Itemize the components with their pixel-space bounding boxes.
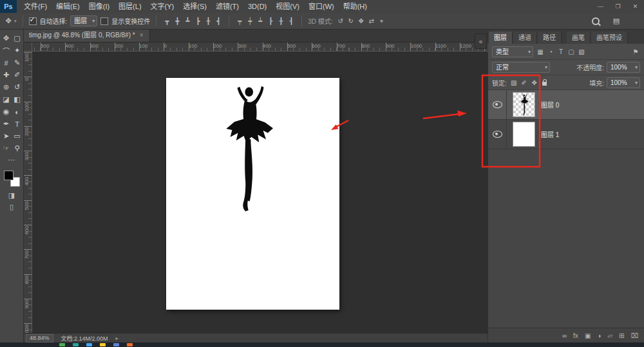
current-tool-icon[interactable]: ✥ — [4, 17, 13, 25]
filter-smart-object-icon[interactable]: ▧ — [577, 48, 586, 55]
filter-kind-dropdown[interactable]: 类型 — [492, 46, 533, 57]
taskbar-app-1[interactable] — [59, 343, 65, 346]
layer-mask-icon[interactable]: ▣ — [585, 332, 591, 339]
menu-filter[interactable]: 滤镜(T) — [211, 0, 243, 13]
lasso-tool[interactable]: ⌒ — [1, 44, 12, 57]
close-button[interactable]: ✕ — [627, 0, 644, 13]
zoom-tool[interactable]: ⚲ — [12, 142, 23, 155]
status-expander-icon[interactable]: ▸ — [116, 335, 118, 341]
clone-stamp-tool[interactable]: ⊛ — [1, 81, 12, 93]
opacity-dropdown[interactable]: 100% — [607, 62, 640, 73]
move-tool[interactable]: ✥ — [1, 32, 12, 44]
panel-tab-layers[interactable]: 图层 — [489, 32, 513, 44]
distribute-vcenter-icon[interactable]: ┿ — [245, 17, 254, 24]
taskbar-app-5[interactable] — [113, 343, 119, 346]
history-brush-tool[interactable]: ↺ — [12, 81, 23, 93]
layer-visibility-toggle[interactable] — [488, 120, 507, 149]
menu-file[interactable]: 文件(F) — [19, 0, 52, 13]
menu-edit[interactable]: 编辑(E) — [52, 0, 84, 13]
type-tool[interactable]: T — [12, 118, 23, 130]
lock-position-icon[interactable]: ✥ — [530, 79, 539, 86]
search-icon[interactable] — [592, 17, 600, 25]
3d-rotate-icon[interactable]: ↺ — [336, 17, 345, 24]
filter-pixel-layers-icon[interactable]: ▦ — [536, 48, 545, 55]
new-layer-icon[interactable]: ⊞ — [619, 332, 624, 339]
filter-shape-layers-icon[interactable]: ▢ — [567, 48, 576, 55]
path-selection-tool[interactable]: ➤ — [1, 130, 12, 142]
eraser-tool[interactable]: ◪ — [1, 93, 12, 106]
lock-pixels-icon[interactable]: ✐ — [520, 79, 529, 86]
panel-tab-channels[interactable]: 通道 — [513, 32, 537, 44]
rectangle-tool[interactable]: ▭ — [12, 130, 23, 142]
menu-window[interactable]: 窗口(W) — [304, 0, 339, 13]
filter-adjustment-layers-icon[interactable]: ◔ — [546, 48, 555, 55]
menu-select[interactable]: 选择(S) — [178, 0, 211, 13]
align-bottom-edges-icon[interactable]: ┻ — [183, 17, 192, 24]
3d-scale-icon[interactable]: ⌖ — [377, 17, 386, 25]
document-canvas[interactable] — [166, 78, 339, 310]
healing-brush-tool[interactable]: ✚ — [1, 69, 12, 81]
layer-row-1[interactable]: 图层 1 — [488, 120, 644, 149]
filter-type-layers-icon[interactable]: T — [556, 48, 565, 55]
blur-tool[interactable]: ◉ — [1, 106, 12, 118]
3d-slide-icon[interactable]: ⇄ — [367, 17, 376, 24]
distribute-hcenter-icon[interactable]: ╂ — [276, 17, 285, 24]
menu-3d[interactable]: 3D(D) — [243, 0, 271, 13]
restore-button[interactable]: ❐ — [609, 0, 627, 13]
hand-tool[interactable]: ☞ — [1, 142, 12, 155]
quick-selection-tool[interactable]: ✦ — [12, 44, 23, 57]
taskbar-app-3[interactable] — [86, 343, 92, 346]
taskbar-app-2[interactable] — [73, 343, 79, 346]
3d-pan-icon[interactable]: ✥ — [357, 17, 366, 24]
delete-layer-icon[interactable]: ⌧ — [630, 332, 638, 339]
document-tab-close-icon[interactable]: × — [140, 29, 144, 42]
layer-thumbnail[interactable] — [513, 92, 535, 117]
ruler-origin-corner[interactable] — [23, 42, 32, 52]
layer-style-icon[interactable]: fx — [573, 332, 578, 339]
distribute-top-icon[interactable]: ┯ — [235, 17, 244, 24]
fill-dropdown[interactable]: 100% — [607, 77, 640, 88]
foreground-color-swatch[interactable] — [4, 171, 14, 180]
auto-select-target-dropdown[interactable]: 图层 — [70, 15, 97, 26]
link-layers-icon[interactable]: ∞ — [562, 332, 567, 339]
filter-switch-icon[interactable]: ⚑ — [631, 48, 640, 55]
distribute-bottom-icon[interactable]: ┷ — [256, 17, 265, 24]
marquee-tool[interactable]: ▢ — [12, 32, 23, 44]
taskbar-app-4[interactable] — [100, 343, 106, 346]
brush-tool[interactable]: ✐ — [12, 69, 23, 81]
lock-all-icon[interactable] — [542, 82, 547, 86]
distribute-left-icon[interactable]: ┠ — [266, 17, 275, 24]
layer-thumbnail[interactable] — [513, 122, 535, 147]
align-right-edges-icon[interactable]: ┫ — [214, 17, 223, 24]
align-horizontal-centers-icon[interactable]: ╂ — [204, 17, 213, 24]
align-top-edges-icon[interactable]: ┳ — [162, 17, 171, 24]
panel-tab-brush[interactable]: 画笔 — [567, 32, 591, 44]
show-transform-checkbox[interactable] — [100, 17, 108, 25]
3d-roll-icon[interactable]: ↻ — [346, 17, 355, 24]
workspace-switcher-icon[interactable]: ▤ — [612, 17, 621, 25]
adjustment-layer-icon[interactable]: ◑ — [597, 332, 601, 339]
eyedropper-tool[interactable]: ✎ — [12, 57, 23, 69]
dodge-tool[interactable]: ◐ — [12, 106, 23, 118]
layer-row-0[interactable]: 图层 0 — [488, 90, 644, 120]
screen-mode-icon[interactable]: ▯ — [10, 201, 14, 212]
vertical-ruler[interactable]: 10001002003004005006007008009001000 — [23, 51, 32, 333]
distribute-right-icon[interactable]: ┨ — [287, 17, 296, 24]
panel-tab-brush-presets[interactable]: 画笔预设 — [591, 32, 628, 44]
layer-visibility-toggle[interactable] — [488, 90, 507, 119]
gradient-tool[interactable]: ◧ — [12, 93, 23, 106]
panel-tab-paths[interactable]: 路径 — [538, 32, 562, 44]
taskbar-app-6[interactable] — [127, 343, 133, 346]
edit-toolbar-icon[interactable]: ⋯ — [8, 156, 15, 164]
lock-transparency-icon[interactable]: ▨ — [509, 79, 518, 86]
collapse-panels-button[interactable]: « — [475, 33, 487, 49]
zoom-level-field[interactable]: 48.84% — [26, 334, 53, 342]
menu-help[interactable]: 帮助(H) — [339, 0, 372, 13]
menu-layer[interactable]: 图层(L) — [114, 0, 146, 13]
auto-select-checkbox[interactable] — [29, 17, 37, 25]
document-tab[interactable]: timg.jpg @ 48.8% (图层 0, RGB/8#) * × — [23, 29, 150, 42]
crop-tool[interactable]: # — [1, 57, 12, 69]
horizontal-ruler[interactable]: 5004003002001000100200300400500600700800… — [32, 42, 488, 52]
layer-group-icon[interactable]: ▱ — [607, 332, 612, 339]
menu-view[interactable]: 视图(V) — [271, 0, 304, 13]
